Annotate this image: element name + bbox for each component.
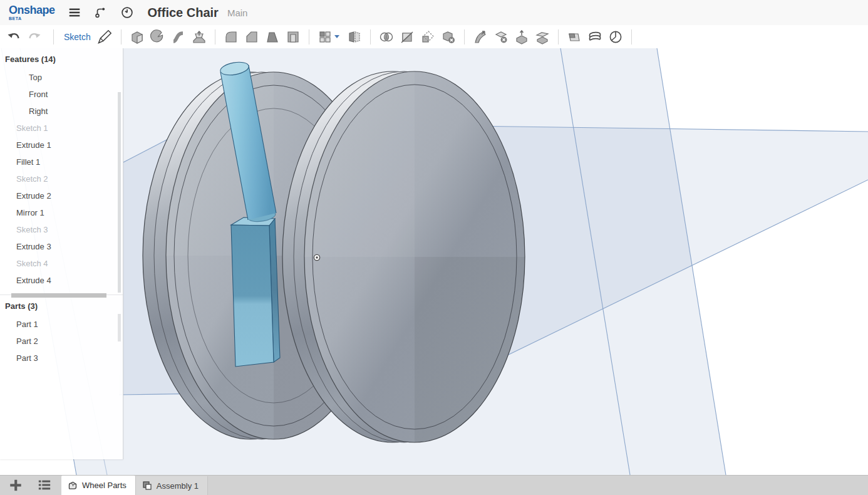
toolbar-separator xyxy=(121,29,121,44)
assembly-icon xyxy=(142,481,152,491)
feature-item[interactable]: Sketch 1 xyxy=(0,120,123,137)
part-item[interactable]: Part 2 xyxy=(0,333,123,350)
redo-icon[interactable] xyxy=(27,29,42,44)
graphics-area[interactable]: Features (14) Top Front Right Sketch 1 E… xyxy=(0,48,868,475)
loft-icon[interactable] xyxy=(192,29,207,44)
feature-item[interactable]: Mirror 1 xyxy=(0,204,123,221)
feature-item-label: Sketch 3 xyxy=(16,225,48,234)
tab-label: Wheel Parts xyxy=(82,481,127,490)
tab-list-icon[interactable] xyxy=(38,478,51,492)
features-vertical-scrollbar[interactable] xyxy=(118,92,121,293)
feature-list: Top Front Right Sketch 1 Extrude 1 Fille… xyxy=(0,69,123,289)
delete-face-icon[interactable] xyxy=(493,29,509,44)
fork-block[interactable] xyxy=(231,217,280,367)
undo-icon[interactable] xyxy=(6,29,21,44)
feature-item-label: Extrude 1 xyxy=(16,140,51,150)
sketch-button[interactable]: Sketch xyxy=(64,29,112,44)
toolbar-separator xyxy=(558,29,559,44)
feature-item[interactable]: Extrude 1 xyxy=(0,137,123,154)
feature-item-label: Extrude 2 xyxy=(16,191,51,201)
feature-item[interactable]: Sketch 3 xyxy=(0,221,123,238)
feature-toolbar: Sketch xyxy=(0,25,868,48)
tab-assembly-1[interactable]: Assembly 1 xyxy=(135,476,208,495)
origin-marker[interactable] xyxy=(314,254,319,260)
feature-item-label: Top xyxy=(29,73,42,82)
feature-list-panel: Features (14) Top Front Right Sketch 1 E… xyxy=(0,48,123,459)
shell-icon[interactable] xyxy=(286,29,301,44)
tab-label: Assembly 1 xyxy=(157,481,199,491)
toolbar-separator xyxy=(309,29,309,44)
replace-face-icon[interactable] xyxy=(535,29,550,44)
draft-icon[interactable] xyxy=(265,29,280,44)
feature-item[interactable]: Extrude 4 xyxy=(0,272,123,289)
features-header: Features (14) xyxy=(0,48,123,69)
sketch-button-label: Sketch xyxy=(64,32,91,42)
pattern-dropdown-caret[interactable] xyxy=(334,35,339,38)
logo-text: Onshape xyxy=(9,4,55,16)
part-item-label: Part 1 xyxy=(16,320,38,329)
helix-icon[interactable] xyxy=(587,29,602,44)
extrude-icon[interactable] xyxy=(130,29,145,44)
sweep-icon[interactable] xyxy=(171,29,186,44)
plane-icon[interactable] xyxy=(567,29,582,44)
chamfer-icon[interactable] xyxy=(244,29,259,44)
parts-vertical-scrollbar[interactable] xyxy=(118,314,121,341)
feature-item[interactable]: Extrude 3 xyxy=(0,238,123,255)
toolbar-separator xyxy=(631,29,632,44)
revolve-icon[interactable] xyxy=(150,29,165,44)
fillet-icon[interactable] xyxy=(224,29,239,44)
part-list: Part 1 Part 2 Part 3 xyxy=(0,316,123,367)
app-header: Onshape BETA Office Chair Main xyxy=(0,0,868,25)
add-tab-icon[interactable] xyxy=(9,478,23,492)
part-item[interactable]: Part 3 xyxy=(0,350,123,367)
transform-icon[interactable] xyxy=(420,29,435,44)
feature-item-label: Extrude 4 xyxy=(16,276,51,285)
feature-item[interactable]: Right xyxy=(0,103,123,120)
feature-item-label: Right xyxy=(29,107,48,116)
hamburger-menu-icon[interactable] xyxy=(68,6,81,19)
mirror-icon[interactable] xyxy=(347,29,362,44)
logo-beta-label: BETA xyxy=(9,16,55,21)
onshape-logo[interactable]: Onshape BETA xyxy=(9,4,55,21)
toolbar-separator xyxy=(370,29,371,44)
workspace-name[interactable]: Main xyxy=(227,8,248,18)
part-studio-icon xyxy=(68,481,78,491)
history-clock-icon[interactable] xyxy=(120,6,134,19)
document-title[interactable]: Office Chair xyxy=(148,6,219,20)
feature-item-label: Sketch 4 xyxy=(16,259,48,268)
feature-item[interactable]: Fillet 1 xyxy=(0,154,123,170)
delete-part-icon[interactable] xyxy=(441,29,456,44)
features-horizontal-scrollbar[interactable] xyxy=(11,293,106,298)
document-tab-bar: Wheel Parts Assembly 1 xyxy=(0,475,868,495)
part-item[interactable]: Part 1 xyxy=(0,316,123,333)
move-face-icon[interactable] xyxy=(514,29,529,44)
feature-item-label: Sketch 2 xyxy=(16,174,48,184)
boolean-icon[interactable] xyxy=(379,29,394,44)
toolbar-separator xyxy=(215,29,215,44)
tab-wheel-parts[interactable]: Wheel Parts xyxy=(61,476,135,495)
split-icon[interactable] xyxy=(400,29,415,44)
toolbar-separator xyxy=(464,29,465,44)
linear-pattern-icon[interactable] xyxy=(318,29,333,44)
part-item-label: Part 3 xyxy=(16,353,38,363)
parts-section: Parts (3) Part 1 Part 2 Part 3 xyxy=(0,294,123,367)
feature-item-label: Mirror 1 xyxy=(16,208,44,217)
part-item-label: Part 2 xyxy=(16,336,38,346)
sketch-pencil-icon xyxy=(97,29,112,44)
model-viewport[interactable] xyxy=(0,48,868,475)
toolbar-separator xyxy=(53,29,54,44)
feature-item-label: Front xyxy=(29,90,48,99)
composite-curve-icon[interactable] xyxy=(608,29,623,44)
versions-branch-icon[interactable] xyxy=(94,6,108,19)
feature-item[interactable]: Top xyxy=(0,69,123,86)
parts-header: Parts (3) xyxy=(0,295,123,316)
feature-item[interactable]: Front xyxy=(0,86,123,103)
feature-item-label: Fillet 1 xyxy=(16,157,40,167)
feature-item-label: Extrude 3 xyxy=(16,242,51,251)
feature-item-label: Sketch 1 xyxy=(16,123,48,133)
feature-item[interactable]: Extrude 2 xyxy=(0,187,123,204)
feature-item[interactable]: Sketch 2 xyxy=(0,170,123,187)
feature-item[interactable]: Sketch 4 xyxy=(0,255,123,272)
modify-fillet-icon[interactable] xyxy=(473,29,488,44)
